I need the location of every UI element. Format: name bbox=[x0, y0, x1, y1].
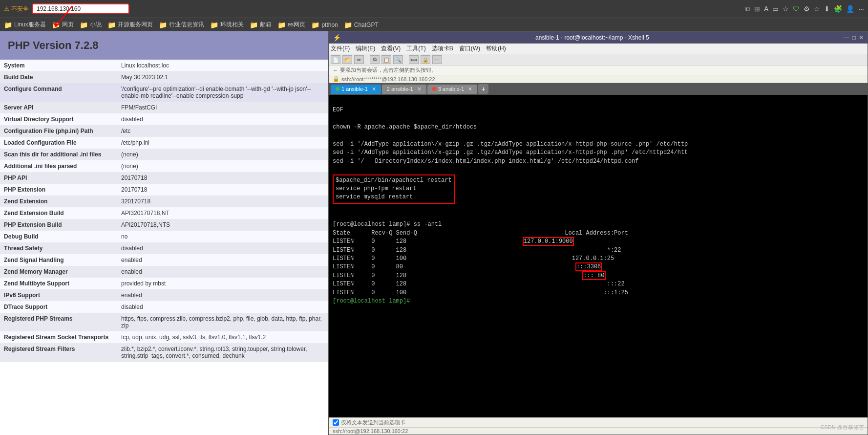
toolbar-transfer[interactable]: ⟺ bbox=[409, 55, 419, 64]
toolbar-find[interactable]: 🔍 bbox=[393, 55, 403, 64]
menu-view[interactable]: 查看(V) bbox=[381, 44, 401, 53]
toolbar-copy[interactable]: ⧉ bbox=[370, 55, 380, 64]
tab-2-close[interactable]: ✕ bbox=[417, 86, 422, 92]
folder-icon: 📁 bbox=[52, 21, 60, 29]
php-key-10: PHP Extension bbox=[0, 184, 117, 196]
term-cmd-box: $apache_dir/bin/apachectl restart servic… bbox=[333, 174, 455, 204]
maximize-icon[interactable]: □ bbox=[852, 34, 856, 41]
bookmark-es[interactable]: 📁 es网页 bbox=[277, 21, 306, 29]
php-value-7: (none) bbox=[117, 149, 328, 160]
php-version-title: PHP Version 7.2.8 bbox=[8, 39, 320, 52]
php-value-23: zlib.*, bzip2.*, convert.iconv.*, string… bbox=[117, 343, 328, 362]
php-key-3: Server API bbox=[0, 102, 117, 113]
xshell-titlebar: ⚡ ansible-1 - root@localhost:~/lamp - Xs… bbox=[329, 32, 868, 44]
xshell-session-bar: ← 要添加当前会话，点击左侧的箭头按钮。 bbox=[329, 65, 868, 75]
php-key-11: Zend Extension bbox=[0, 196, 117, 207]
php-key-13: PHP Extension Build bbox=[0, 219, 117, 231]
php-value-10: 20170718 bbox=[117, 184, 328, 196]
bookmark-web[interactable]: 📁 网页 bbox=[52, 21, 74, 29]
toolbar-new[interactable]: 📄 bbox=[331, 55, 340, 64]
toolbar-edit[interactable]: ✏ bbox=[354, 55, 364, 64]
toolbar-more[interactable]: ⋯ bbox=[432, 55, 442, 64]
tab-2[interactable]: 2 ansible-1 ✕ bbox=[382, 85, 426, 94]
php-value-11: 320170718 bbox=[117, 196, 328, 207]
split-icon: ▭ bbox=[772, 5, 779, 13]
terminal-area[interactable]: EOF chown -R apache.apache $apache_dir/h… bbox=[329, 95, 868, 417]
folder-icon: 📁 bbox=[210, 21, 218, 29]
menu-window[interactable]: 窗口(W) bbox=[459, 44, 480, 53]
security-text: 不安全 bbox=[11, 5, 29, 13]
menu-help[interactable]: 帮助(H) bbox=[486, 44, 506, 53]
settings-icon[interactable]: ⚙ bbox=[804, 5, 810, 13]
php-key-2: Configure Command bbox=[0, 83, 117, 102]
star-icon: ☆ bbox=[783, 5, 789, 13]
term-chown: chown -R apache.apache $apache_dir/htdoc… bbox=[333, 124, 477, 130]
php-value-21: https, ftps, compress.zlib, compress.bzi… bbox=[117, 313, 328, 331]
toolbar-ssh[interactable]: 🔒 bbox=[421, 55, 430, 64]
php-value-14: no bbox=[117, 231, 328, 242]
php-info-panel: PHP Version 7.2.8 SystemLinux localhost.… bbox=[0, 31, 328, 435]
xshell-toolbar: 📄 📂 ✏ ⧉ 📋 🔍 ⟺ 🔒 ⋯ bbox=[329, 54, 868, 65]
tab-3[interactable]: 3 ansible-1 ✕ bbox=[427, 85, 478, 94]
php-value-3: FPM/FastCGI bbox=[117, 102, 328, 113]
url-bar[interactable]: 192.168.130.160 bbox=[32, 3, 129, 14]
send-to-tab-checkbox[interactable] bbox=[333, 419, 339, 426]
bookmark-opensource[interactable]: 📁 开源服务网页 bbox=[107, 21, 153, 29]
toolbar-open[interactable]: 📂 bbox=[342, 55, 352, 64]
term-sed3: sed -i '/ DirectoryIndex/s/index.html/in… bbox=[333, 158, 639, 165]
term-ss-cmd: [root@localhost lamp]# ss -antl bbox=[333, 221, 442, 228]
more-icon[interactable]: ··· bbox=[858, 5, 864, 13]
minimize-icon[interactable]: — bbox=[844, 34, 849, 41]
menu-tab[interactable]: 选项卡B bbox=[432, 44, 453, 53]
bookmarks-bar: 📁 Linux服务器 📁 网页 📁 小说 📁 开源服务网页 📁 行业信息资讯 📁… bbox=[0, 18, 868, 31]
xshell-title: ansible-1 - root@localhost:~/lamp - Xshe… bbox=[535, 34, 649, 41]
php-value-16: enabled bbox=[117, 254, 328, 266]
term-ss-1: LISTEN 0 128 127.0.0.1:9000 bbox=[333, 237, 574, 246]
php-key-4: Virtual Directory Support bbox=[0, 113, 117, 125]
bookmark-label: 网页 bbox=[62, 21, 74, 29]
bookmark-label: ChatGPT bbox=[354, 22, 379, 28]
download-icon[interactable]: ⬇ bbox=[824, 5, 830, 13]
toolbar-paste[interactable]: 📋 bbox=[381, 55, 391, 64]
php-key-15: Thread Safety bbox=[0, 242, 117, 254]
tab-add-button[interactable]: + bbox=[478, 84, 488, 94]
php-value-18: provided by mbst bbox=[117, 278, 328, 289]
close-icon[interactable]: ✕ bbox=[859, 34, 864, 41]
folder-icon: 📁 bbox=[4, 21, 12, 29]
tab-1-close[interactable]: ✕ bbox=[372, 86, 376, 92]
tab-1[interactable]: 1 ansible-1 ✕ bbox=[331, 85, 381, 94]
menu-edit[interactable]: 编辑(E) bbox=[356, 44, 375, 53]
bookmark-chatgpt[interactable]: 📁 ChatGPT bbox=[344, 21, 379, 29]
folder-icon: 📁 bbox=[311, 21, 319, 29]
php-key-18: Zend Multibyte Support bbox=[0, 278, 117, 289]
php-value-13: API20170718,NTS bbox=[117, 219, 328, 231]
php-key-1: Build Date bbox=[0, 71, 117, 83]
extension-icon[interactable]: 🧩 bbox=[834, 5, 842, 13]
folder-icon: 📁 bbox=[250, 21, 258, 29]
menu-file[interactable]: 文件(F) bbox=[331, 44, 350, 53]
bookmark-ptthon[interactable]: 📁 ptthon bbox=[311, 21, 338, 29]
bookmark-industry[interactable]: 📁 行业信息资讯 bbox=[159, 21, 204, 29]
tab-3-close[interactable]: ✕ bbox=[468, 86, 472, 92]
php-key-9: PHP API bbox=[0, 172, 117, 184]
bookmark-label: ptthon bbox=[321, 22, 338, 28]
xshell-tab-bar: 1 ansible-1 ✕ 2 ansible-1 ✕ 3 ansible-1 … bbox=[329, 83, 868, 95]
bookmark-mail[interactable]: 📁 邮箱 bbox=[250, 21, 272, 29]
bookmark-icon[interactable]: ☆ bbox=[814, 5, 820, 13]
tab-1-dot bbox=[336, 87, 339, 91]
bookmark-novel[interactable]: 📁 小说 bbox=[80, 21, 102, 29]
php-key-12: Zend Extension Build bbox=[0, 207, 117, 219]
bookmark-linux[interactable]: 📁 Linux服务器 bbox=[4, 21, 46, 29]
xshell-win-controls: — □ ✕ bbox=[844, 34, 864, 41]
bottom-bar-text: 仅将文本发送到当前选项卡 bbox=[341, 419, 405, 426]
bookmark-env[interactable]: 📁 环境相关 bbox=[210, 21, 244, 29]
php-value-0: Linux localhost.loc bbox=[117, 60, 328, 71]
bookmark-label: 小说 bbox=[90, 21, 102, 29]
term-sed2: sed -i '/AddType application\/x-gzip .gz… bbox=[333, 149, 688, 156]
session-text: 要添加当前会话，点击左侧的箭头按钮。 bbox=[340, 66, 437, 74]
menu-tools[interactable]: 工具(T) bbox=[406, 44, 425, 53]
php-value-4: disabled bbox=[117, 113, 328, 125]
account-icon[interactable]: 👤 bbox=[846, 5, 854, 13]
grid-icon: ⊞ bbox=[754, 5, 760, 13]
warning-icon: ⚠ bbox=[4, 5, 9, 12]
